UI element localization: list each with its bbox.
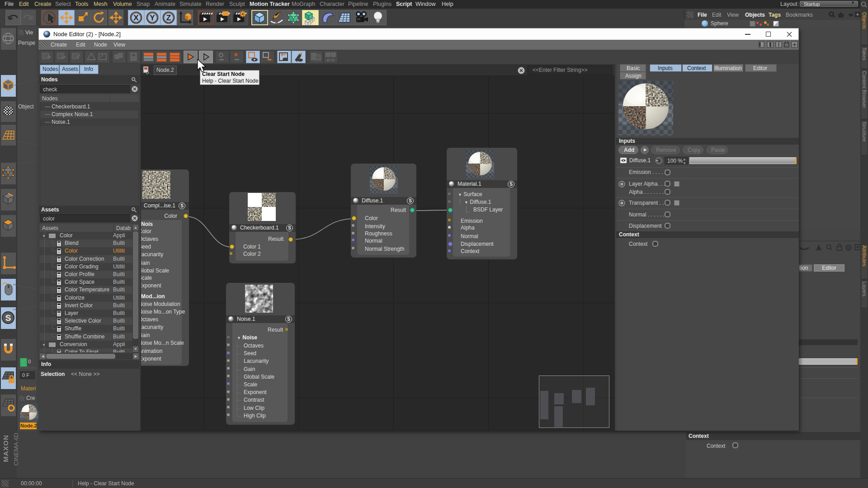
svg-text:X: X xyxy=(133,14,139,22)
svg-text:Z: Z xyxy=(166,14,171,22)
svg-text:S: S xyxy=(5,313,11,323)
svg-text:Y: Y xyxy=(150,14,155,22)
